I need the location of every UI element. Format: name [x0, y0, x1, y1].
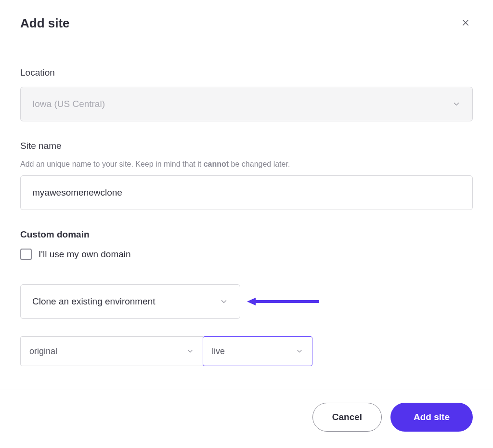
sitename-input[interactable] [20, 175, 473, 210]
add-site-button[interactable]: Add site [390, 403, 473, 432]
location-value: Iowa (US Central) [32, 99, 105, 109]
own-domain-checkbox[interactable] [20, 249, 32, 260]
close-button[interactable] [458, 15, 473, 31]
target-env-value: live [212, 346, 225, 356]
cancel-button[interactable]: Cancel [312, 403, 382, 432]
chevron-down-icon [186, 347, 194, 355]
location-label: Location [20, 67, 473, 78]
sitename-helper: Add an unique name to your site. Keep in… [20, 160, 473, 169]
source-env-select[interactable]: original [20, 336, 203, 366]
helper-text-post: be changed later. [229, 160, 290, 168]
close-icon [461, 18, 470, 27]
location-select[interactable]: Iowa (US Central) [20, 87, 473, 121]
target-env-select[interactable]: live [203, 336, 312, 366]
svg-marker-3 [247, 298, 256, 305]
own-domain-checkbox-label: I'll use my own domain [39, 249, 131, 260]
clone-row: Clone an existing environment [20, 284, 473, 319]
sitename-label: Site name [20, 141, 473, 151]
sitename-field: Site name Add an unique name to your sit… [20, 141, 473, 210]
location-field: Location Iowa (US Central) [20, 67, 473, 121]
helper-text-pre: Add an unique name to your site. Keep in… [20, 160, 204, 168]
chevron-down-icon [296, 347, 303, 355]
source-env-value: original [29, 346, 57, 356]
clone-mode-value: Clone an existing environment [32, 296, 156, 307]
helper-text-bold: cannot [204, 160, 229, 168]
dialog-header: Add site [0, 0, 493, 46]
own-domain-row: I'll use my own domain [20, 249, 473, 260]
dialog-title: Add site [20, 16, 70, 31]
chevron-down-icon [220, 297, 228, 306]
dialog-footer: Cancel Add site [0, 390, 493, 448]
clone-mode-select[interactable]: Clone an existing environment [20, 284, 240, 319]
chevron-down-icon [452, 100, 461, 108]
environment-selects: original live [20, 336, 473, 366]
customdomain-label: Custom domain [20, 229, 473, 240]
dialog-body: Location Iowa (US Central) Site name Add… [0, 46, 493, 385]
annotation-arrow-icon [247, 296, 319, 307]
customdomain-field: Custom domain I'll use my own domain [20, 229, 473, 260]
